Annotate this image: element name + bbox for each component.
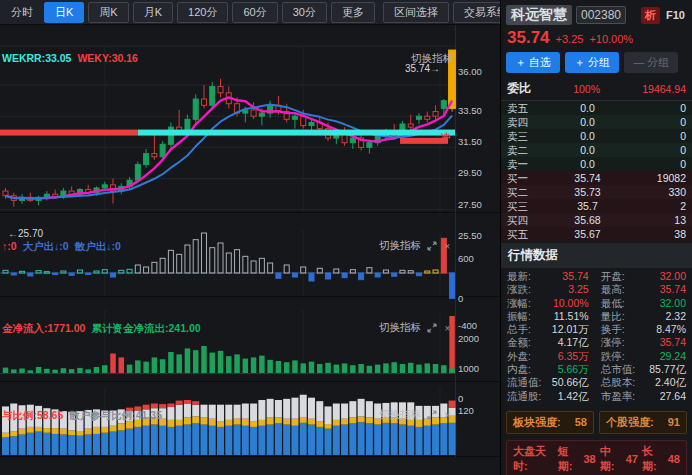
switch-indicator-label[interactable]: 切换指标 (411, 52, 453, 66)
p4-bar-gray (217, 405, 224, 421)
order-book: 卖五0.00卖四0.00卖三0.00卖二0.00卖一0.00买一35.74190… (501, 101, 692, 241)
p3-bar (69, 369, 75, 373)
expand-icon[interactable] (426, 241, 437, 252)
p3-bar (367, 366, 373, 373)
tab-日K[interactable]: 日K (44, 2, 84, 23)
ma-line-MA-slow (6, 105, 453, 199)
p2-bar (11, 273, 16, 275)
close-icon[interactable]: × (442, 323, 453, 334)
quote-cell: 跌停:29.24 (595, 350, 692, 363)
p4-bar-gray (200, 405, 207, 418)
expand-icon[interactable] (426, 410, 437, 421)
p3-bar (52, 370, 58, 373)
p4-bar-blue (126, 429, 133, 455)
quote-value: 85.77亿 (649, 364, 686, 375)
sell-row-5[interactable]: 卖五0.00 (501, 101, 692, 115)
toolbar-button-区间选择[interactable]: 区间选择 (383, 2, 449, 23)
buy-row-4[interactable]: 买四35.6813 (501, 213, 692, 227)
p3-bar (119, 357, 125, 373)
candle-body (160, 144, 165, 156)
f10-button[interactable]: F10 (664, 9, 687, 21)
buy-price: 35.68 (541, 214, 634, 226)
p3-bar (375, 365, 381, 373)
p4-bar-yellow (93, 427, 100, 434)
p4-bar-blue (358, 422, 365, 455)
p4-bar-red (159, 404, 166, 408)
p4-bar-blue (85, 435, 92, 455)
p4-bar-blue (43, 433, 50, 455)
analysis-badge[interactable]: 析 (641, 7, 660, 24)
tab-120分[interactable]: 120分 (177, 2, 228, 23)
buy-row-5[interactable]: 买五35.6738 (501, 227, 692, 241)
p2-bar (276, 273, 281, 278)
p4-bar-yellow (60, 429, 67, 435)
switch-indicator-label[interactable]: 切换指标 (379, 239, 421, 253)
tab-更多[interactable]: 更多 (331, 2, 375, 23)
sell-row-3[interactable]: 卖三0.00 (501, 129, 692, 143)
tab-周K[interactable]: 周K (88, 2, 128, 23)
p3-bar (11, 369, 17, 373)
p4-bar-gray (349, 401, 356, 417)
expand-icon[interactable] (426, 323, 437, 334)
signal-band (0, 130, 138, 136)
sell-row-1[interactable]: 卖一0.00 (501, 157, 692, 171)
ma-line-MA-fast (6, 97, 453, 198)
quote-key: 市盈率: (601, 391, 635, 402)
tab-30分[interactable]: 30分 (282, 2, 327, 23)
buy-row-3[interactable]: 买三35.72 (501, 199, 692, 213)
p4-bar-gray (341, 404, 348, 419)
p2-bar (94, 271, 99, 273)
quote-key: 涨停: (601, 337, 625, 348)
tab-分时[interactable]: 分时 (4, 2, 40, 23)
add-watchlist-button[interactable]: ＋ 自选 (506, 52, 560, 73)
p4-bar-yellow (250, 421, 257, 427)
quote-key: 总市值: (601, 364, 635, 375)
sell-row-4[interactable]: 卖四0.00 (501, 115, 692, 129)
p3-bar (61, 368, 67, 373)
p4-bar-blue (267, 425, 274, 455)
p4-bar-blue (242, 426, 249, 455)
p4-bar-gray (242, 404, 249, 419)
add-group-button[interactable]: ＋ 分组 (565, 52, 619, 73)
quote-value: 12.01万 (552, 324, 589, 335)
p4-bar-yellow (101, 427, 108, 433)
buy-row-1[interactable]: 买一35.7419082 (501, 171, 692, 185)
p4-bar-blue (68, 435, 75, 455)
remove-group-button[interactable]: — 分组 (624, 52, 678, 73)
quote-cell: 最新:35.74 (501, 270, 595, 283)
p2-bar (342, 273, 347, 278)
sell-volume: 0 (634, 116, 686, 128)
p4-switch-group: 切换指标× (379, 408, 453, 422)
p4-bar-blue (449, 423, 456, 455)
p3-bar (300, 363, 306, 373)
switch-indicator-label[interactable]: 切换指标 (379, 408, 421, 422)
p4-bar-gray (143, 409, 150, 417)
p4-bar-blue (407, 426, 414, 455)
quote-cell: 总市值:85.77亿 (595, 363, 692, 376)
p4-bar-blue (159, 426, 166, 455)
p4-bar-gray (176, 405, 183, 420)
p4-bar-yellow (358, 416, 365, 422)
tab-60分[interactable]: 60分 (232, 2, 277, 23)
p4-bar-yellow (242, 419, 249, 426)
p2-bar (185, 245, 190, 273)
p4-bar-yellow (275, 418, 282, 424)
sell-row-2[interactable]: 卖二0.00 (501, 143, 692, 157)
p4-bar-gray (267, 399, 274, 418)
quote-cell: 内盘:5.66万 (501, 363, 595, 376)
close-icon[interactable]: × (442, 241, 453, 252)
close-icon[interactable]: × (442, 410, 453, 421)
p4-bar-yellow (225, 420, 232, 426)
p2-bar (53, 273, 58, 275)
quote-key: 总手: (507, 324, 531, 335)
p4-bar-gray (316, 401, 323, 421)
quote-cell: 涨幅:10.00% (501, 297, 595, 310)
p4-bar-blue (200, 425, 207, 455)
p4-bar-yellow (184, 418, 191, 425)
p4-bar-blue (432, 425, 439, 455)
tab-月K[interactable]: 月K (133, 2, 173, 23)
p4-bar-red (192, 401, 199, 405)
switch-indicator-label[interactable]: 切换指标 (379, 321, 421, 335)
p2-bar (408, 271, 413, 273)
buy-row-2[interactable]: 买二35.73330 (501, 185, 692, 199)
